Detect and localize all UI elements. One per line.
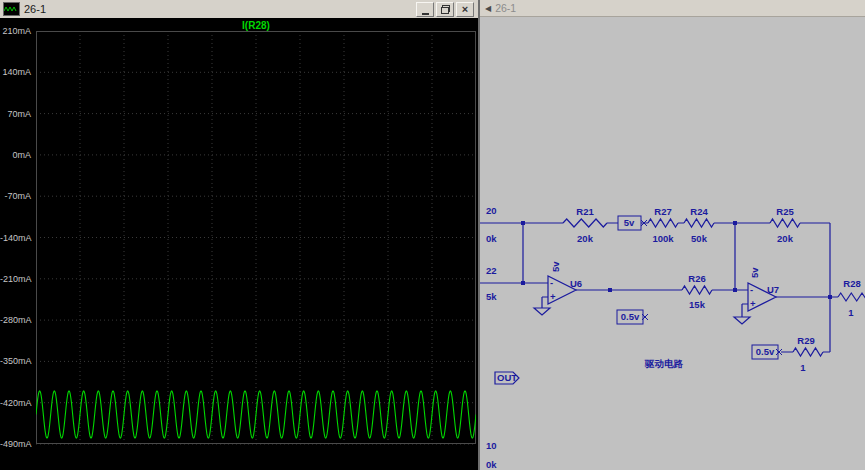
y-tick-label: -140mA — [0, 233, 31, 243]
r26-name[interactable]: R26 — [688, 273, 705, 284]
ground-icon-u6[interactable] — [534, 308, 550, 315]
junction-dot — [733, 221, 737, 225]
r25-name[interactable]: R25 — [776, 206, 794, 217]
schematic-titlebar[interactable]: ◀ 26-1 — [480, 0, 865, 17]
resistor-R26[interactable] — [682, 286, 712, 294]
resistor-R28[interactable] — [838, 293, 865, 301]
r28-name[interactable]: R28 — [843, 278, 860, 289]
trace-title[interactable]: I(R28) — [36, 20, 476, 31]
junction-dot — [521, 221, 525, 225]
r26-value[interactable]: 15k — [689, 299, 706, 310]
plot-window-title: 26-1 — [24, 3, 46, 15]
y-tick-label: 210mA — [0, 26, 31, 36]
resistor-R25[interactable] — [770, 219, 800, 227]
minimize-icon — [422, 4, 429, 15]
r25-value[interactable]: 20k — [777, 233, 794, 244]
close-button[interactable]: × — [456, 2, 474, 17]
y-tick-label: -70mA — [0, 191, 31, 201]
schematic-canvas[interactable]: R21 20k R27 100k R24 50k R25 20k R26 15k… — [480, 16, 865, 470]
out-port-label[interactable]: OUT — [497, 372, 517, 383]
y-tick-label: 140mA — [0, 67, 31, 77]
edge-partial-top-name: 20 — [486, 205, 497, 216]
r29-name[interactable]: R29 — [797, 335, 814, 346]
junction-dot — [828, 295, 832, 299]
restore-icon — [441, 5, 450, 14]
schematic-window: ◀ 26-1 — [480, 0, 865, 470]
y-tick-label: 0mA — [0, 150, 31, 160]
junction-dot — [521, 281, 525, 285]
r21-name[interactable]: R21 — [576, 206, 594, 217]
ground-icon-u7[interactable] — [734, 317, 750, 324]
y-tick-label: -490mA — [0, 439, 31, 449]
edge-partial-bottom-name: 10 — [486, 440, 497, 451]
waveform-window-icon — [3, 2, 20, 16]
edge-partial-top-value: 0k — [486, 233, 497, 244]
y-tick-label: -420mA — [0, 398, 31, 408]
ltspice-app: 26-1 × I(R28) 210mA140mA70mA0mA-70mA-140… — [0, 0, 865, 470]
y-tick-label: -210mA — [0, 274, 31, 284]
resistor-R29[interactable] — [793, 348, 823, 356]
schematic-annotation[interactable]: 驱动电路 — [644, 358, 684, 369]
y-tick-label: -280mA — [0, 315, 31, 325]
waveform-window: 26-1 × I(R28) 210mA140mA70mA0mA-70mA-140… — [0, 0, 478, 470]
u7-supply-label[interactable]: 5v — [749, 267, 760, 278]
y-tick-label: 70mA — [0, 109, 31, 119]
restore-button[interactable] — [436, 2, 454, 17]
plot-titlebar[interactable]: 26-1 × — [0, 0, 478, 19]
net-flag-5v[interactable]: 5v — [624, 217, 635, 228]
junction-dot — [608, 288, 612, 292]
schematic-window-title: 26-1 — [495, 2, 516, 14]
r28-value[interactable]: 1 — [848, 307, 854, 318]
minimize-button[interactable] — [416, 2, 434, 17]
edge-partial-mid-name: 22 — [486, 265, 497, 276]
close-icon: × — [462, 4, 468, 15]
window-controls: × — [416, 2, 474, 17]
r27-value[interactable]: 100k — [652, 233, 674, 244]
u6-plus-sign: + — [550, 291, 556, 302]
edge-partial-bottom-value: 0k — [486, 459, 497, 470]
plot-svg[interactable] — [36, 31, 476, 447]
u7-plus-sign: + — [750, 298, 756, 309]
u6-name[interactable]: U6 — [570, 278, 582, 289]
net-flag-05v-a[interactable]: 0.5v — [621, 311, 640, 322]
u7-minus-sign: - — [750, 284, 753, 295]
resistor-R24[interactable] — [684, 219, 714, 227]
edge-partial-mid-value: 5k — [486, 291, 497, 302]
r24-value[interactable]: 50k — [691, 233, 708, 244]
junction-dot — [733, 288, 737, 292]
r29-value[interactable]: 1 — [800, 362, 806, 373]
r27-name[interactable]: R27 — [654, 206, 671, 217]
y-axis-labels[interactable]: 210mA140mA70mA0mA-70mA-140mA-210mA-280mA… — [0, 18, 33, 470]
r24-name[interactable]: R24 — [690, 206, 708, 217]
resistor-R27[interactable] — [648, 219, 678, 227]
r21-value[interactable]: 20k — [577, 233, 594, 244]
u7-name[interactable]: U7 — [767, 284, 779, 295]
net-flag-05v-b[interactable]: 0.5v — [756, 346, 775, 357]
u6-supply-label[interactable]: 5v — [550, 261, 561, 272]
plot-gridlines — [36, 31, 476, 444]
schematic-tab-icon: ◀ — [485, 4, 491, 13]
y-tick-label: -350mA — [0, 356, 31, 366]
resistor-R21[interactable] — [563, 219, 607, 227]
u6-minus-sign: - — [550, 277, 553, 288]
waveform-plot[interactable]: I(R28) 210mA140mA70mA0mA-70mA-140mA-210m… — [0, 18, 478, 470]
